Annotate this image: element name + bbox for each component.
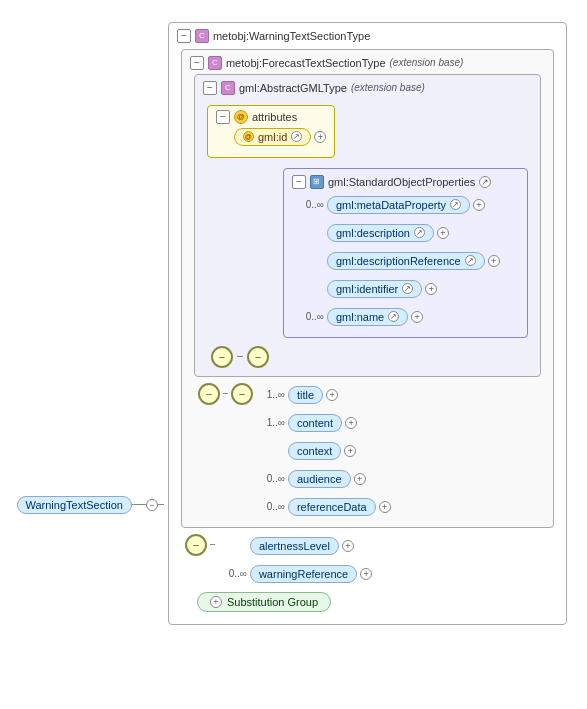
std-grid-icon: ⊞ (310, 175, 324, 189)
seq-h-line (223, 393, 228, 394)
seq-elem-title: 1..∞ title + (257, 386, 391, 404)
inner-seq-line (237, 356, 243, 357)
seq-elem-content: 1..∞ content + (257, 414, 391, 432)
std-elem-2: gml:descriptionReference ↗ + (296, 252, 519, 270)
outer-type-label: metobj:WarningTextSectionType (213, 30, 370, 42)
elem-1-expand[interactable]: ↗ (414, 227, 425, 238)
bottom-elements: alertnessLevel + 0..∞ warningReference + (219, 534, 372, 586)
mid-type-header: − C metobj:ForecastTextSectionType (exte… (190, 56, 545, 70)
bottom-seq-section: − alertnessLevel + 0..∞ warningReference (185, 534, 558, 586)
substitution-group-btn[interactable]: + Substitution Group (177, 586, 558, 616)
elem-warningReference[interactable]: warningReference (250, 565, 357, 583)
attrs-collapse-icon[interactable]: − (216, 110, 230, 124)
attrs-label: attributes (252, 111, 297, 123)
mid-type-sublabel: (extension base) (390, 57, 464, 68)
mult-title: 1..∞ (257, 389, 285, 400)
gml-id-label: gml:id (258, 131, 287, 143)
mid-type-label: metobj:ForecastTextSectionType (226, 57, 386, 69)
bottom-elem-alertness: alertnessLevel + (219, 537, 372, 555)
bottom-seq-icon[interactable]: − (185, 534, 207, 556)
subst-plus-icon[interactable]: + (210, 596, 222, 608)
seq-icon-inner[interactable]: − (231, 383, 253, 405)
std-label: gml:StandardObjectProperties (328, 176, 475, 188)
attr-items: @ gml:id ↗ + (234, 128, 326, 146)
std-elem-1: gml:description ↗ + (296, 224, 519, 242)
content-plus[interactable]: + (345, 417, 357, 429)
gml-id-expand[interactable]: ↗ (291, 131, 302, 142)
elem-2-expand[interactable]: ↗ (465, 255, 476, 266)
elem-content[interactable]: content (288, 414, 342, 432)
inner-seq-section: − − (211, 346, 532, 368)
outer-class-icon: C (195, 29, 209, 43)
diagram-container: WarningTextSection − − C metobj:War (9, 10, 579, 700)
elem-4-expand[interactable]: ↗ (388, 311, 399, 322)
outer-collapse-icon[interactable]: − (177, 29, 191, 43)
outer-type-header: − C metobj:WarningTextSectionType (177, 29, 558, 43)
seq-elem-context: context + (257, 442, 391, 460)
seq-elem-audience: 0..∞ audience + (257, 470, 391, 488)
mid-class-icon: C (208, 56, 222, 70)
seq-elements: 1..∞ title + 1..∞ content + (257, 383, 391, 519)
mult-warningRef: 0..∞ (219, 568, 247, 579)
referenceData-plus[interactable]: + (379, 501, 391, 513)
attrs-header: − @ attributes (216, 110, 326, 124)
warning-text-section-node[interactable]: WarningTextSection (17, 496, 132, 514)
context-plus[interactable]: + (344, 445, 356, 457)
seq-icon-outer[interactable]: − (198, 383, 220, 405)
elem-0-expand[interactable]: ↗ (450, 199, 461, 210)
elem-3-plus[interactable]: + (425, 283, 437, 295)
attr-icon: @ (234, 110, 248, 124)
elem-0-plus[interactable]: + (473, 199, 485, 211)
gml-id-plus[interactable]: + (314, 131, 326, 143)
standard-props-header: − ⊞ gml:StandardObjectProperties ↗ (292, 175, 519, 189)
schema-main: − C metobj:WarningTextSectionType − C me… (164, 18, 571, 629)
outer-type-box: − C metobj:WarningTextSectionType − C me… (168, 22, 567, 625)
std-elem-0: 0..∞ gml:metaDataProperty ↗ + (296, 196, 519, 214)
elem-title[interactable]: title (288, 386, 323, 404)
alertness-plus[interactable]: + (342, 540, 354, 552)
inner-class-icon: C (221, 81, 235, 95)
inner-collapse-icon[interactable]: − (203, 81, 217, 95)
inner-type-header: − C gml:AbstractGMLType (extension base) (203, 81, 532, 95)
elem-description[interactable]: gml:description ↗ (327, 224, 434, 242)
bottom-elem-warningRef: 0..∞ warningReference + (219, 565, 372, 583)
elem-3-expand[interactable]: ↗ (402, 283, 413, 294)
elem-audience[interactable]: audience (288, 470, 351, 488)
elem-2-plus[interactable]: + (488, 255, 500, 267)
elem-context[interactable]: context (288, 442, 341, 460)
attr-item-gmlid: @ gml:id ↗ + (234, 128, 326, 146)
attributes-box: − @ attributes @ gml:id ↗ (207, 105, 335, 158)
elem-descriptionReference[interactable]: gml:descriptionReference ↗ (327, 252, 485, 270)
standard-props-box: − ⊞ gml:StandardObjectProperties ↗ 0..∞ (283, 168, 528, 338)
std-expand-icon[interactable]: ↗ (479, 176, 491, 188)
mult-4: 0..∞ (296, 311, 324, 322)
mult-0: 0..∞ (296, 199, 324, 210)
std-elem-4: 0..∞ gml:name ↗ + (296, 308, 519, 326)
inner-seq-icon-2[interactable]: − (247, 346, 269, 368)
elem-referenceData[interactable]: referenceData (288, 498, 376, 516)
inner-type-box: − C gml:AbstractGMLType (extension base)… (194, 74, 541, 377)
gml-id-node[interactable]: @ gml:id ↗ (234, 128, 311, 146)
std-collapse-icon[interactable]: − (292, 175, 306, 189)
inner-type-sublabel: (extension base) (351, 82, 425, 93)
inner-type-label: gml:AbstractGMLType (239, 82, 347, 94)
std-elem-3: gml:identifier ↗ + (296, 280, 519, 298)
bottom-seq-h-line (210, 544, 215, 545)
elem-metaDataProperty[interactable]: gml:metaDataProperty ↗ (327, 196, 470, 214)
title-plus[interactable]: + (326, 389, 338, 401)
seq-elem-referenceData: 0..∞ referenceData + (257, 498, 391, 516)
elem-identifier[interactable]: gml:identifier ↗ (327, 280, 422, 298)
mid-collapse-icon[interactable]: − (190, 56, 204, 70)
audience-plus[interactable]: + (354, 473, 366, 485)
elem-name[interactable]: gml:name ↗ (327, 308, 408, 326)
seq-section: − − 1..∞ title + (198, 383, 545, 519)
mid-type-box: − C metobj:ForecastTextSectionType (exte… (181, 49, 554, 528)
std-elements: 0..∞ gml:metaDataProperty ↗ + (296, 193, 519, 329)
mult-audience: 0..∞ (257, 473, 285, 484)
elem-4-plus[interactable]: + (411, 311, 423, 323)
minus-icon-left[interactable]: − (146, 499, 158, 511)
elem-alertnessLevel[interactable]: alertnessLevel (250, 537, 339, 555)
inner-seq-icon-1[interactable]: − (211, 346, 233, 368)
elem-1-plus[interactable]: + (437, 227, 449, 239)
warningRef-plus[interactable]: + (360, 568, 372, 580)
